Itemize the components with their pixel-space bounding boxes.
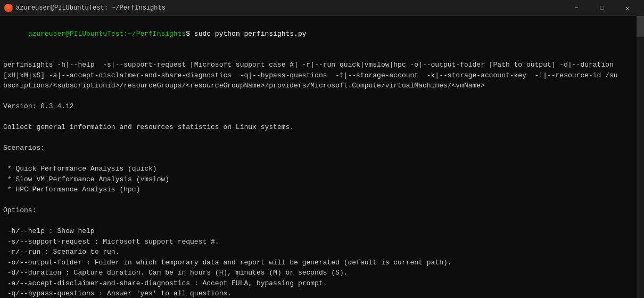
scrollbar-thumb[interactable]: [637, 16, 644, 37]
terminal-content: azureuser@PILUbuntuTest:~/PerfInsights$ …: [3, 18, 641, 298]
terminal-line: -o/--output-folder : Folder in which tem…: [3, 257, 641, 268]
title-bar: azureuser@PILUbuntuTest: ~/PerfInsights …: [0, 0, 644, 16]
prompt-line: azureuser@PILUbuntuTest:~/PerfInsights$ …: [3, 18, 641, 50]
terminal-line: [3, 91, 641, 102]
terminal-line: bscriptions/<subscriptionid>/resourceGro…: [3, 80, 641, 91]
terminal-body[interactable]: azureuser@PILUbuntuTest:~/PerfInsights$ …: [0, 16, 644, 298]
prompt-user: azureuser@PILUbuntuTest:~/PerfInsights: [28, 30, 186, 38]
terminal-line: -d/--duration : Capture duration. Can be…: [3, 268, 641, 278]
terminal-line: Scenarios:: [3, 143, 641, 154]
terminal-line: -a/--accept-disclaimer-and-share-diagnos…: [3, 278, 641, 289]
app-icon: [4, 4, 13, 12]
maximize-button[interactable]: □: [590, 0, 614, 16]
terminal-line: [3, 216, 641, 227]
terminal-line: * Quick Performance Analysis (quick): [3, 164, 641, 174]
terminal-line: [3, 112, 641, 123]
terminal-line: [3, 133, 641, 143]
prompt-dollar: $ sudo python perfinsights.py: [186, 30, 306, 38]
terminal-line: * Slow VM Performance Analysis (vmslow): [3, 174, 641, 185]
terminal-line: -h/--help : Show help: [3, 226, 641, 237]
window-controls: − □ ✕: [564, 0, 640, 16]
terminal-line: -q/--bypass-questions : Answer 'yes' to …: [3, 288, 641, 298]
terminal-line: [3, 154, 641, 164]
terminal-line: * HPC Performance Analysis (hpc): [3, 184, 641, 195]
terminal-line: [3, 195, 641, 206]
terminal-line: -s/--support-request : Microsoft support…: [3, 237, 641, 247]
scrollbar[interactable]: [637, 16, 644, 298]
terminal-line: Options:: [3, 205, 641, 216]
terminal-line: perfinsights -h|--help -s|--support-requ…: [3, 60, 641, 70]
minimize-button[interactable]: −: [564, 0, 589, 16]
close-button[interactable]: ✕: [615, 0, 640, 16]
terminal-line: [3, 50, 641, 60]
window-title: azureuser@PILUbuntuTest: ~/PerfInsights: [16, 4, 166, 12]
terminal-line: [xH|xM|xS] -a|--accept-disclaimer-and-sh…: [3, 70, 641, 81]
terminal-line: Collect general information and resource…: [3, 122, 641, 133]
terminal-line: -r/--run : Scenario to run.: [3, 247, 641, 257]
terminal-line: Version: 0.3.4.12: [3, 101, 641, 112]
title-bar-left: azureuser@PILUbuntuTest: ~/PerfInsights: [4, 4, 166, 12]
